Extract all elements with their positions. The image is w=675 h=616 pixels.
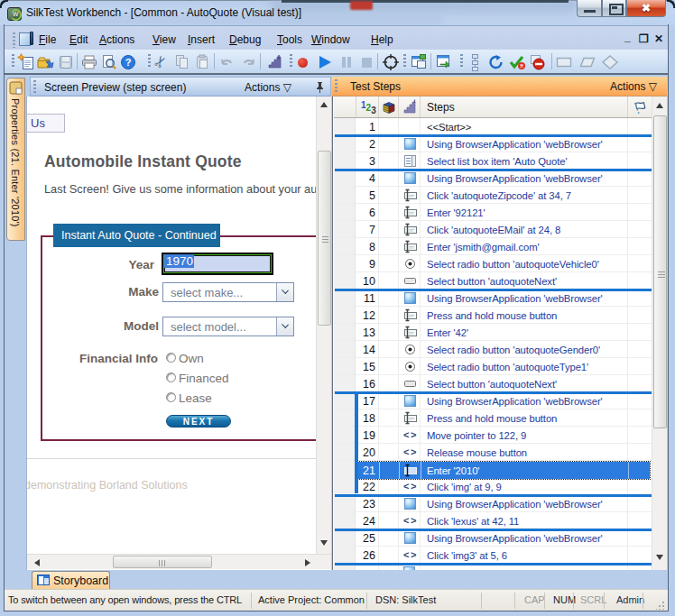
svg-text:?: ? xyxy=(125,57,132,68)
